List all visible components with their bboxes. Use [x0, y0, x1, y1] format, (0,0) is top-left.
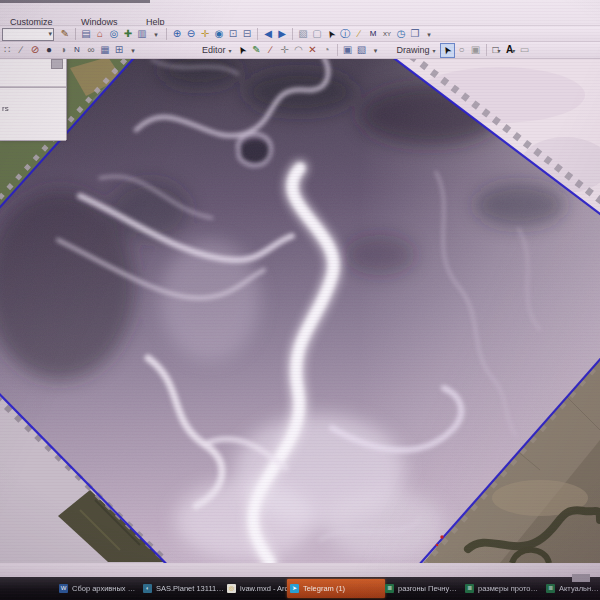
excel-doc-icon: ≣ — [385, 584, 394, 593]
sketch-properties-button[interactable]: ⊞ — [112, 43, 126, 57]
zoom-in-tool[interactable]: ⊕ — [170, 27, 184, 41]
window-chrome: Customize Windows Help ▾ ✎▤⌂◎✚▥▾⊕⊖✛◉⊡⊟◀▶… — [0, 0, 600, 57]
rotate-edit-tool[interactable]: ◔ — [320, 43, 334, 57]
edit-vertices-tool-icon: ∷ — [4, 45, 10, 55]
toolbar-separator — [337, 44, 338, 56]
arc-segment-tool[interactable]: ◠ — [292, 43, 306, 57]
mini-dropdown-2[interactable]: ▾ — [422, 27, 436, 41]
find-tool[interactable]: M — [366, 27, 380, 41]
annotation-tool[interactable]: N — [70, 43, 84, 57]
pan-tool[interactable]: ✛ — [198, 27, 212, 41]
search-button[interactable]: ◎ — [107, 27, 121, 41]
forward-extent-button-icon: ▶ — [278, 29, 286, 39]
mini-dropdown[interactable]: ▾ — [149, 27, 163, 41]
dropdown-arrow-icon: ▾ — [229, 47, 232, 54]
toolbar-separator — [292, 28, 293, 40]
select-elements-tool[interactable]: ➤ — [324, 27, 338, 41]
snapping-button-icon: ∞ — [87, 45, 94, 55]
create-features-button-icon: ▣ — [343, 45, 352, 55]
table-of-contents-panel[interactable]: rs — [0, 57, 67, 140]
text-tool[interactable]: A▾ — [504, 43, 518, 57]
toc-layers-label[interactable]: rs — [2, 104, 9, 113]
map-view[interactable] — [0, 57, 600, 563]
measure-tool[interactable]: ∕ — [352, 27, 366, 41]
edit-attributes-button[interactable]: ▧ — [355, 43, 369, 57]
midpoint-tool[interactable]: ✛ — [278, 43, 292, 57]
edit-vertices-tool[interactable]: ∷ — [0, 43, 14, 57]
select-graphics-tool[interactable]: ➤ — [440, 43, 455, 58]
editor-menu-button[interactable]: Editor ▾ — [198, 44, 236, 57]
add-data-button[interactable]: ✚ — [121, 27, 135, 41]
toc-minimize-button[interactable] — [51, 59, 63, 69]
trace-tool[interactable]: ● — [42, 43, 56, 57]
mini-dropdown-4[interactable]: ▾ — [369, 43, 383, 57]
edge-artifact-dot — [440, 535, 443, 538]
fixed-zoom-in-tool[interactable]: ⊡ — [226, 27, 240, 41]
excel-doc-icon: ≣ — [465, 584, 474, 593]
clear-selection-button-icon: ▢ — [312, 29, 321, 39]
select-graphics-tool-icon: ➤ — [441, 44, 454, 56]
taskbar-item[interactable]: ≣размеры прото… — [462, 579, 546, 598]
edit-sketch-pencil-tool[interactable]: ✎ — [250, 43, 264, 57]
cut-polygons-tool[interactable]: ⊘ — [28, 43, 42, 57]
taskbar-item[interactable]: ◎ivaw.mxd - Arc — [224, 579, 290, 598]
go-to-xy-tool[interactable]: XY — [380, 27, 394, 41]
back-extent-button[interactable]: ◀ — [261, 27, 275, 41]
scale-combobox[interactable]: ▾ — [2, 28, 54, 41]
taskbar-item[interactable]: ◐SAS.Planet 13111… — [140, 579, 226, 598]
time-slider-button[interactable]: ◷ — [394, 27, 408, 41]
fixed-zoom-out-tool[interactable]: ⊟ — [240, 27, 254, 41]
edit-sketch-pencil-tool-icon: ✎ — [252, 45, 260, 55]
menu-bar: Customize Windows Help — [0, 11, 600, 24]
snapping-button[interactable]: ∞ — [84, 43, 98, 57]
reshape-tool[interactable]: ∕ — [14, 43, 28, 57]
split-tool[interactable]: ∕ — [264, 43, 278, 57]
identify-tool-icon: ⓘ — [340, 29, 350, 39]
find-tool-icon: M — [370, 30, 377, 38]
taskbar-item-label: SAS.Planet 13111… — [156, 584, 223, 593]
editor-sketch-tool[interactable]: ✎ — [58, 27, 72, 41]
attribute-table-button[interactable]: ▦ — [98, 43, 112, 57]
taskbar-item-label: разгоны Печну… — [398, 584, 457, 593]
viewer-window-button-icon: ❐ — [411, 29, 420, 39]
zoom-out-tool[interactable]: ⊖ — [184, 27, 198, 41]
delete-vertex-tool[interactable]: ✕ — [306, 43, 320, 57]
taskbar-item[interactable]: ≣разгоны Печну… — [382, 579, 464, 598]
taskbar-item-label: Сбор архивных … — [72, 584, 135, 593]
create-features-button[interactable]: ▣ — [341, 43, 355, 57]
viewer-window-button[interactable]: ❐ — [408, 27, 422, 41]
taskbar-item[interactable]: ➤Telegram (1) — [287, 579, 385, 598]
arc-segment-tool-icon: ◠ — [294, 45, 303, 55]
map-canvas[interactable] — [0, 57, 600, 563]
toc-body: rs — [0, 87, 66, 141]
edit-arrow-tool[interactable]: ➤ — [236, 43, 250, 57]
drawing-menu-button[interactable]: Drawing ▾ — [393, 44, 440, 57]
toolbar-separator — [75, 28, 76, 40]
add-data-button-icon: ✚ — [124, 29, 132, 39]
editor-sketch-tool-icon: ✎ — [61, 29, 69, 39]
window-button[interactable]: ▥ — [135, 27, 149, 41]
rotate-graphic-tool[interactable]: ○ — [455, 43, 469, 57]
forward-extent-button[interactable]: ▶ — [275, 27, 289, 41]
mini-dropdown-3-icon: ▾ — [131, 47, 135, 54]
mini-dropdown-3[interactable]: ▾ — [126, 43, 140, 57]
select-features-tool[interactable]: ▧ — [296, 27, 310, 41]
catalog-button-icon: ⌂ — [97, 29, 103, 39]
table-of-contents-button[interactable]: ▤ — [79, 27, 93, 41]
identify-tool[interactable]: ⓘ — [338, 27, 352, 41]
clear-selection-button[interactable]: ▢ — [310, 27, 324, 41]
full-extent-tool[interactable]: ◉ — [212, 27, 226, 41]
tray-box[interactable] — [572, 574, 590, 582]
editor-menu-label: Editor — [202, 45, 226, 55]
shape-rectangle-tool[interactable]: □▾ — [490, 43, 504, 57]
mini-dropdown-icon: ▾ — [154, 31, 158, 38]
windows-taskbar: WСбор архивных …◐SAS.Planet 13111…◎ivaw.… — [0, 577, 600, 600]
edit-vertices-graphic-tool[interactable]: ▭ — [518, 43, 532, 57]
edit-arrow-tool-icon: ➤ — [236, 44, 249, 56]
search-button-icon: ◎ — [110, 29, 119, 39]
zoom-to-graphic-tool[interactable]: ▣ — [469, 43, 483, 57]
excel-doc-icon: ≣ — [546, 584, 555, 593]
rotate-tool[interactable]: ◑ — [56, 43, 70, 57]
taskbar-item[interactable]: WСбор архивных … — [56, 579, 142, 598]
catalog-button[interactable]: ⌂ — [93, 27, 107, 41]
